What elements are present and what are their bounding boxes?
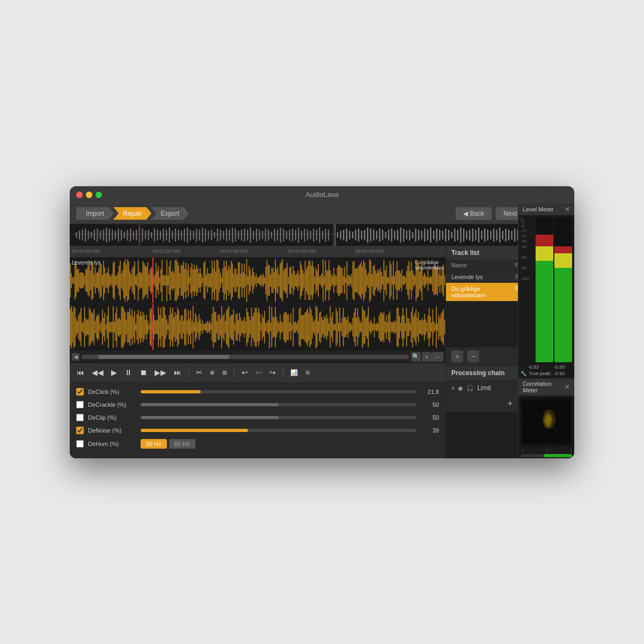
svg-rect-129 [457,230,458,240]
svg-rect-635 [248,316,250,337]
svg-rect-708 [336,308,337,346]
transport-pause[interactable]: ⏸ [122,367,135,378]
scrollbar-thumb[interactable] [98,355,229,359]
svg-rect-103 [379,229,380,241]
declick-checkbox[interactable] [76,388,84,396]
svg-rect-523 [115,313,116,341]
svg-rect-757 [394,320,395,334]
tracks-area[interactable]: Levende lys Du grådigevidunderbarn [70,258,445,351]
svg-rect-795 [440,318,441,336]
svg-rect-408 [355,268,356,292]
transport-rewind[interactable]: ◀◀ [89,367,106,378]
denoise-value: 39 [420,427,439,434]
track-2[interactable] [70,304,445,350]
svg-rect-436 [388,277,389,283]
level-meter-close[interactable]: ✕ [565,206,570,213]
zoom-fit-button[interactable]: ↔ [431,352,443,362]
zoom-in-button[interactable]: + [422,352,431,362]
svg-rect-740 [374,317,375,337]
svg-point-814 [547,424,548,425]
svg-rect-684 [307,308,308,346]
svg-rect-670 [290,313,291,340]
transport-paste[interactable]: ⊞ [219,368,230,377]
fx-panel: DeClick (%) 21.9 DeCrackle (%) [70,382,445,458]
svg-rect-574 [176,314,177,340]
svg-rect-679 [301,315,302,339]
declick-slider[interactable] [141,387,416,396]
svg-rect-100 [370,229,371,241]
transport-list[interactable]: ≡ [303,367,312,378]
correlation-bar-row [518,453,574,458]
svg-rect-471 [430,276,431,285]
correlation-meter-header: Correlation Meter ✕ [518,378,574,396]
svg-rect-788 [431,323,432,332]
dehum-checkbox[interactable] [76,440,84,448]
svg-rect-394 [338,265,339,296]
close-button[interactable] [76,192,83,198]
denoise-checkbox[interactable] [76,427,84,434]
declip-slider[interactable] [141,413,416,422]
decrackle-slider[interactable] [141,400,416,409]
transport-redo[interactable]: ↩ [253,367,265,378]
decrackle-checkbox[interactable] [76,401,84,408]
svg-rect-706 [333,324,334,330]
chain-menu-icon[interactable]: ≡ [451,385,455,391]
transport-skip-end[interactable]: ⏭ [171,367,184,378]
svg-rect-656 [274,318,275,336]
svg-rect-147 [511,231,513,239]
dehum-50hz[interactable]: 50 Hz [141,439,167,449]
svg-rect-538 [133,317,134,337]
svg-rect-251 [167,275,169,285]
svg-rect-84 [322,231,323,239]
svg-rect-514 [104,313,105,341]
svg-rect-95 [355,230,356,240]
transport-stop[interactable]: ⏹ [137,367,150,378]
transport-copy[interactable]: ⊕ [207,368,217,377]
dehum-60hz[interactable]: 60 Hz [169,439,195,449]
svg-rect-252 [169,266,170,294]
chain-headphone-icon[interactable]: 🎧 [466,385,474,392]
svg-rect-672 [293,308,294,346]
step-import[interactable]: Import [76,207,114,220]
transport-redo2[interactable]: ↪ [267,367,279,378]
denoise-slider[interactable] [141,426,416,435]
svg-rect-494 [80,308,82,346]
zoom-out-button[interactable]: 🔍 [411,352,421,362]
transport-forward[interactable]: ▶▶ [152,367,169,378]
remove-track-button[interactable]: − [467,350,479,362]
chain-add-button[interactable]: + [507,398,513,409]
transport-undo[interactable]: ↩ [239,367,251,378]
back-button[interactable]: ◀ Back [456,207,492,220]
step-export[interactable]: Export [151,207,189,220]
minimize-button[interactable] [86,192,92,198]
correlation-meter-close[interactable]: ✕ [565,383,570,391]
track-1[interactable]: Levende lys Du grådigevidunderbarn [70,258,445,303]
svg-rect-593 [199,314,200,340]
svg-rect-704 [331,317,332,337]
svg-rect-135 [475,230,476,240]
ruler-mark-2: 00:02:00:000 [220,248,248,254]
svg-rect-328 [259,276,260,285]
svg-rect-409 [356,268,357,292]
svg-rect-324 [254,276,255,284]
transport-skip-start[interactable]: ⏮ [74,367,87,378]
transport-cut[interactable]: ✂ [193,367,205,378]
scroll-left-button[interactable]: ◀ [72,353,79,361]
dehum-buttons: 50 Hz 60 Hz [141,439,439,449]
declip-checkbox[interactable] [76,414,84,421]
svg-rect-109 [397,230,398,240]
maximize-button[interactable] [96,192,102,198]
step-repair[interactable]: Repair [113,207,151,220]
svg-rect-211 [120,260,121,299]
svg-rect-427 [377,269,378,291]
scrollbar-track[interactable] [82,355,409,359]
svg-rect-29 [157,230,158,240]
svg-rect-601 [208,323,209,332]
add-track-button[interactable]: + [451,350,463,362]
scrollbar-zoom-row: ◀ 🔍 + ↔ [70,351,445,363]
chain-power-icon[interactable]: ◉ [458,385,463,392]
overview-waveform[interactable]: /* waveform drawn via SVG */ [70,224,574,246]
transport-play[interactable]: ▶ [108,367,120,378]
svg-rect-146 [508,230,509,240]
transport-meter[interactable]: 📊 [288,368,301,377]
